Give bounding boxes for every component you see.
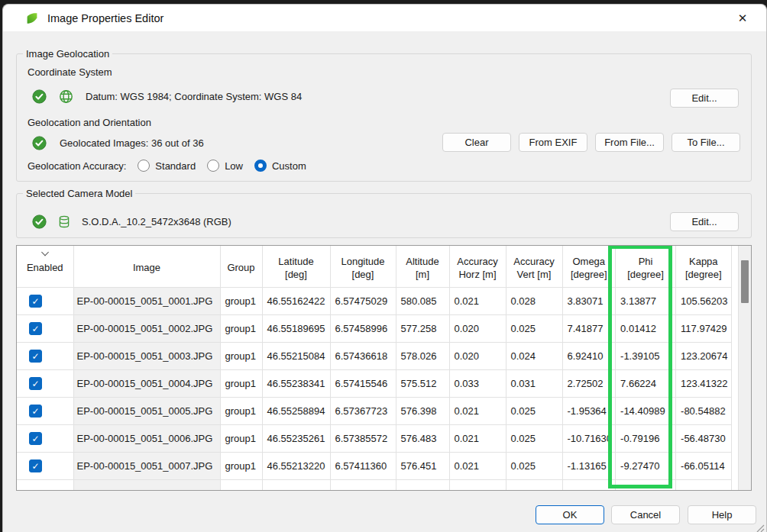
cell-accuracy-horz[interactable]: 0.020 [449, 342, 506, 369]
col-header-altitude[interactable]: Altitude [m] [396, 246, 449, 287]
cell-kappa[interactable]: 123.41322 [676, 369, 731, 397]
cell-phi[interactable]: 0.01412 [616, 314, 676, 342]
cell-latitude[interactable]: 46.55162422 [262, 287, 330, 314]
cell-latitude[interactable]: 46.55215084 [262, 342, 330, 369]
cell-altitude[interactable]: 576.398 [396, 397, 449, 424]
cell-longitude[interactable]: 6.57475029 [330, 287, 396, 314]
cell-phi[interactable]: 7.66224 [616, 369, 676, 397]
col-header-phi[interactable]: Phi [degree] [616, 246, 676, 287]
enabled-checkbox-icon[interactable]: ✓ [29, 405, 42, 418]
radio-icon[interactable] [207, 160, 219, 172]
ok-button[interactable]: OK [536, 505, 604, 524]
cell-phi[interactable]: -1.39105 [616, 342, 676, 369]
cell-accuracy-vert[interactable]: 0.024 [506, 342, 562, 369]
cell-longitude[interactable]: 6.57411360 [330, 452, 396, 479]
cell-accuracy-horz[interactable]: 0.021 [449, 397, 506, 424]
cell-altitude[interactable]: 580.085 [396, 287, 449, 314]
cell-image[interactable]: EP-00-00015_0051_0003.JPG [73, 342, 220, 369]
cell-accuracy-vert[interactable]: 0.025 [506, 452, 562, 479]
cell-kappa[interactable]: -80.54882 [676, 397, 731, 424]
cell-omega[interactable]: 3.83071 [562, 287, 616, 314]
cell-kappa[interactable]: -56.48730 [676, 424, 731, 452]
cell-accuracy-horz[interactable]: 0.021 [449, 452, 506, 479]
table-vertical-scrollbar[interactable] [738, 246, 751, 490]
cell-group[interactable]: group1 [220, 424, 262, 452]
enabled-checkbox-icon[interactable]: ✓ [29, 377, 42, 390]
cell-accuracy-vert[interactable]: 0.025 [506, 424, 562, 452]
cell-latitude[interactable]: 46.55258894 [262, 397, 330, 424]
cell-image[interactable]: EP-00-00015_0051_0006.JPG [73, 424, 220, 452]
cell-altitude[interactable]: 575.512 [396, 369, 449, 397]
cell-omega[interactable]: 7.41877 [562, 314, 616, 342]
cell-omega[interactable]: -10.71630 [562, 424, 616, 452]
col-header-accuracy-horz[interactable]: Accuracy Horz [m] [449, 246, 506, 287]
cell-altitude[interactable]: 576.483 [396, 424, 449, 452]
cell-accuracy-vert[interactable]: 0.031 [506, 369, 562, 397]
cell-accuracy-horz[interactable]: 0.021 [449, 424, 506, 452]
enabled-checkbox-icon[interactable]: ✓ [29, 350, 42, 363]
cell-longitude[interactable]: 6.57385572 [330, 424, 396, 452]
col-header-enabled[interactable]: Enabled [17, 246, 73, 287]
cell-accuracy-horz[interactable]: 0.020 [449, 314, 506, 342]
cell-altitude[interactable]: 578.026 [396, 342, 449, 369]
from-exif-button[interactable]: From EXIF [519, 133, 587, 152]
enabled-checkbox-icon[interactable]: ✓ [29, 295, 42, 308]
radio-icon[interactable] [138, 160, 150, 172]
cell-latitude[interactable]: 46.55213220 [262, 452, 330, 479]
col-header-omega[interactable]: Omega [degree] [562, 246, 616, 287]
cell-accuracy-vert[interactable]: 0.025 [506, 314, 562, 342]
cell-group[interactable]: group1 [220, 452, 262, 479]
cell-image[interactable]: EP-00-00015_0051_0005.JPG [73, 397, 220, 424]
accuracy-radio-standard[interactable]: Standard [138, 160, 196, 172]
cell-image[interactable]: EP-00-00015_0051_0002.JPG [73, 314, 220, 342]
to-file-button[interactable]: To File... [672, 133, 740, 152]
cell-longitude[interactable]: 6.57436618 [330, 342, 396, 369]
cell-altitude[interactable]: 576.451 [396, 452, 449, 479]
cell-longitude[interactable]: 6.57415546 [330, 369, 396, 397]
radio-icon[interactable] [254, 160, 267, 172]
cancel-button[interactable]: Cancel [611, 505, 680, 524]
cell-longitude[interactable]: 6.57367723 [330, 397, 396, 424]
enabled-checkbox-icon[interactable]: ✓ [29, 459, 42, 472]
cell-latitude[interactable]: 46.55189695 [262, 314, 330, 342]
col-header-latitude[interactable]: Latitude [deg] [262, 246, 330, 287]
cell-phi[interactable]: -9.27470 [616, 452, 676, 479]
cell-altitude[interactable]: 577.258 [396, 314, 449, 342]
accuracy-radio-custom[interactable]: Custom [254, 160, 306, 172]
accuracy-radio-low[interactable]: Low [207, 160, 243, 172]
cell-accuracy-horz[interactable]: 0.021 [449, 287, 506, 314]
cell-omega[interactable]: -1.13165 [562, 452, 616, 479]
cell-phi[interactable]: 3.13877 [616, 287, 676, 314]
cell-accuracy-vert[interactable]: 0.025 [506, 397, 562, 424]
cell-latitude[interactable]: 46.55238341 [262, 369, 330, 397]
cell-accuracy-vert[interactable]: 0.028 [506, 287, 562, 314]
col-header-longitude[interactable]: Longitude [deg] [330, 246, 396, 287]
clear-button[interactable]: Clear [442, 133, 511, 152]
col-header-accuracy-vert[interactable]: Accuracy Vert [m] [506, 246, 562, 287]
cell-group[interactable]: group1 [220, 397, 262, 424]
from-file-button[interactable]: From File... [595, 133, 664, 152]
cell-phi[interactable]: -0.79196 [616, 424, 676, 452]
cell-accuracy-horz[interactable]: 0.033 [449, 369, 506, 397]
col-header-image[interactable]: Image [73, 246, 220, 287]
cell-kappa[interactable]: 123.20674 [676, 342, 731, 369]
col-header-kappa[interactable]: Kappa [degree] [676, 246, 731, 287]
cell-longitude[interactable]: 6.57458996 [330, 314, 396, 342]
window-resize-grip-icon[interactable] [756, 522, 765, 530]
enabled-checkbox-icon[interactable]: ✓ [29, 322, 42, 335]
cell-group[interactable]: group1 [220, 314, 262, 342]
cell-phi[interactable]: -14.40989 [616, 397, 676, 424]
help-button[interactable]: Help [688, 505, 756, 524]
cell-image[interactable]: EP-00-00015_0051_0001.JPG [73, 287, 220, 314]
cell-image[interactable]: EP-00-00015_0051_0007.JPG [73, 452, 220, 479]
cell-group[interactable]: group1 [220, 287, 262, 314]
enabled-checkbox-icon[interactable]: ✓ [29, 432, 42, 445]
cell-omega[interactable]: -1.95364 [562, 397, 616, 424]
cell-image[interactable]: EP-00-00015_0051_0004.JPG [73, 369, 220, 397]
cell-omega[interactable]: 6.92410 [562, 342, 616, 369]
cell-kappa[interactable]: 105.56203 [676, 287, 731, 314]
cell-group[interactable]: group1 [220, 342, 262, 369]
scrollbar-thumb[interactable] [741, 260, 749, 303]
close-icon[interactable]: ✕ [732, 8, 753, 27]
camera-model-edit-button[interactable]: Edit... [670, 212, 739, 231]
